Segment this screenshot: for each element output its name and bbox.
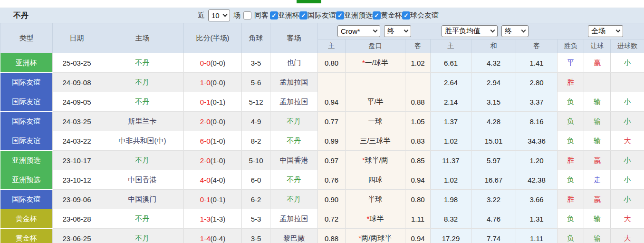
home-team-link[interactable]: 不丹: [101, 92, 184, 112]
halftime-score: (4-0): [211, 176, 226, 184]
league-badge: 国际友谊: [0, 92, 53, 112]
fulltime-score: 1-3: [200, 215, 211, 223]
match-date: 24-03-25: [53, 112, 101, 131]
subheader-goals: 进球数: [611, 39, 644, 53]
league-badge: 亚洲杯: [0, 53, 53, 73]
odds-away: 0.94: [405, 229, 431, 243]
filter-checkbox[interactable]: ✓: [336, 11, 344, 19]
handicap-line: 三/三球半: [346, 131, 405, 151]
col-header-away: 客场: [270, 23, 318, 53]
score-cell[interactable]: 2-0(0-0): [184, 112, 242, 131]
home-team-link[interactable]: 不丹: [101, 209, 184, 229]
filter-label: 黄金杯: [381, 11, 402, 20]
score-cell[interactable]: 1-0(0-0): [184, 73, 242, 92]
home-team-link[interactable]: 不丹: [101, 151, 184, 170]
away-team-link[interactable]: 中国香港: [270, 151, 318, 170]
odds-time-select[interactable]: 终: [384, 25, 411, 37]
same-away-checkbox[interactable]: ✓: [243, 11, 251, 19]
recent-count-select[interactable]: 10: [208, 10, 230, 21]
league-filter[interactable]: ✓黄金杯: [373, 11, 402, 20]
odds-home: 0.88: [318, 229, 346, 243]
home-team-link[interactable]: 中国澳门: [101, 190, 184, 209]
avg-lose-odds: 3.66: [516, 190, 557, 209]
filter-controls: 近 10 场 ✓ 同客 ✓亚洲杯✓国际友谊✓亚洲预选✓黄金杯✓球会友谊: [196, 8, 439, 23]
home-team-link[interactable]: 中国香港: [101, 170, 184, 190]
league-filter[interactable]: ✓亚洲杯: [270, 11, 299, 20]
filter-checkbox[interactable]: ✓: [299, 11, 308, 19]
corner-count: 3-5: [242, 229, 270, 243]
chevron-down-icon: [521, 28, 526, 33]
halftime-score: (1-0): [211, 137, 226, 145]
score-cell[interactable]: 6-0(1-0): [184, 131, 242, 151]
result-badge: 平: [557, 53, 584, 73]
filter-checkbox[interactable]: ✓: [402, 11, 410, 19]
match-date: 23-06-28: [53, 209, 101, 229]
handicap-text: 半球: [368, 195, 383, 203]
score-cell[interactable]: 4-0(4-0): [184, 170, 242, 190]
halftime-score: (0-1): [211, 98, 226, 106]
goals-result-badge: 小: [611, 190, 644, 209]
filter-checkbox[interactable]: ✓: [373, 11, 381, 19]
odds-home: 0.90: [318, 190, 346, 209]
chevron-down-icon: [616, 28, 621, 33]
away-team-link[interactable]: 不丹: [270, 170, 318, 190]
away-team-link[interactable]: 孟加拉国: [270, 209, 318, 229]
league-filter[interactable]: ✓亚洲预选: [336, 11, 373, 20]
corner-count: 4-9: [242, 112, 270, 131]
filter-label: 亚洲预选: [344, 11, 373, 20]
league-filter[interactable]: ✓球会友谊: [402, 11, 439, 20]
home-team-link[interactable]: 不丹: [101, 53, 184, 73]
avg-time-select[interactable]: 终: [501, 25, 529, 37]
match-date: 23-10-17: [53, 151, 101, 170]
filter-checkbox[interactable]: ✓: [270, 11, 278, 19]
score-cell[interactable]: 1-4(0-4): [184, 229, 242, 243]
odds-home: 0.77: [318, 112, 346, 131]
handicap-result-badge: [584, 73, 611, 92]
scope-select[interactable]: 全场: [588, 25, 623, 37]
handicap-result-badge: 输: [584, 229, 611, 243]
away-team-link[interactable]: 不丹: [270, 131, 318, 151]
check-icon: ✓: [336, 12, 344, 19]
corner-count: 5-6: [242, 73, 270, 92]
odds-company-select[interactable]: Crow*: [337, 25, 380, 37]
avg-type-select[interactable]: 胜平负均值: [442, 25, 498, 37]
score-cell[interactable]: 0-1(0-1): [184, 190, 242, 209]
avg-draw-odds: 16.67: [471, 170, 516, 190]
match-table: 类型 日期 主场 比分(半场) 角球 客场 Crow* 终 胜平负均: [0, 23, 644, 243]
handicap-line: *一/球半: [346, 53, 405, 73]
result-badge: 胜: [557, 151, 584, 170]
avg-lose-odds: 34.36: [516, 131, 557, 151]
score-cell[interactable]: 0-0(0-0): [184, 53, 242, 73]
home-team-link[interactable]: 不丹: [101, 229, 184, 243]
league-badge: 亚洲预选: [0, 151, 53, 170]
match-date: 25-03-25: [53, 53, 101, 73]
avg-draw-odds: 4.76: [471, 209, 516, 229]
away-team-link[interactable]: 孟加拉国: [270, 92, 318, 112]
halftime-score: (0-0): [211, 59, 226, 67]
avg-win-odds: 1.98: [431, 190, 471, 209]
odds-away: 1.02: [405, 53, 431, 73]
filter-label: 亚洲杯: [278, 11, 299, 20]
col-header-home: 主场: [101, 23, 184, 53]
odds-home: 0.94: [318, 92, 346, 112]
check-icon: ✓: [300, 12, 307, 19]
home-team-link[interactable]: 不丹: [101, 73, 184, 92]
away-team-link[interactable]: 不丹: [270, 190, 318, 209]
fulltime-score: 0-0: [200, 59, 211, 67]
score-cell[interactable]: 1-3(1-3): [184, 209, 242, 229]
odds-away: 0.80: [405, 190, 431, 209]
away-team-link[interactable]: 不丹: [270, 112, 318, 131]
league-filter[interactable]: ✓国际友谊: [299, 11, 336, 20]
home-team-link[interactable]: 中非共和国(中): [101, 131, 184, 151]
score-cell[interactable]: 0-1(0-1): [184, 92, 242, 112]
home-team-link[interactable]: 斯里兰卡: [101, 112, 184, 131]
away-team-link[interactable]: 也门: [270, 53, 318, 73]
fulltime-score: 6-0: [200, 137, 211, 145]
goals-result-badge: 小: [611, 170, 644, 190]
avg-lose-odds: 1.20: [516, 151, 557, 170]
away-team-link[interactable]: 孟加拉国: [270, 73, 318, 92]
table-row: 国际友谊 24-09-05 不丹 0-1(0-1) 5-12 孟加拉国 0.94…: [0, 92, 644, 112]
away-team-link[interactable]: 黎巴嫩: [270, 229, 318, 243]
odds-home: 0.76: [318, 170, 346, 190]
score-cell[interactable]: 2-0(1-0): [184, 151, 242, 170]
